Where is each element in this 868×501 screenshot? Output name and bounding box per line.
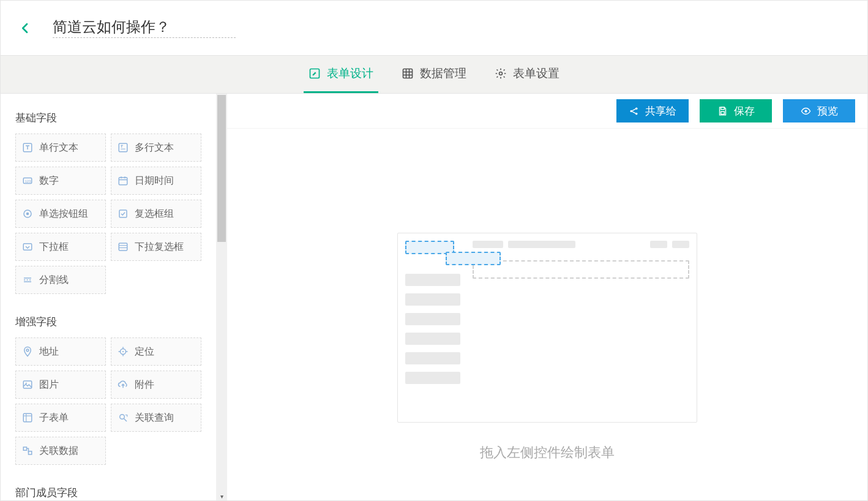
field-radio-group[interactable]: 单选按钮组 <box>15 200 106 228</box>
field-label: 单选按钮组 <box>39 208 88 220</box>
relation-icon <box>22 445 33 456</box>
gear-icon <box>495 67 507 80</box>
back-button[interactable] <box>13 16 37 40</box>
empty-placeholder: 拖入左侧控件绘制表单 <box>397 233 697 462</box>
field-location[interactable]: 定位 <box>111 337 201 366</box>
section-title-advanced: 增强字段 <box>15 315 201 329</box>
field-attachment[interactable]: 附件 <box>111 371 201 399</box>
tab-form-settings[interactable]: 表单设置 <box>490 56 564 93</box>
chevron-left-icon <box>20 20 31 37</box>
button-label: 共享给 <box>645 104 676 118</box>
field-subform[interactable]: 子表单 <box>15 404 106 432</box>
share-button[interactable]: 共享给 <box>616 99 689 122</box>
canvas: 共享给 保存 预览 <box>227 94 867 500</box>
empty-caption: 拖入左侧控件绘制表单 <box>397 443 697 462</box>
page-title-input[interactable] <box>53 18 236 38</box>
button-label: 预览 <box>817 104 838 118</box>
sidebar-scroll[interactable]: 基础字段 单行文本 多行文本 123 数字 日期时间 <box>1 94 216 500</box>
canvas-body[interactable]: 拖入左侧控件绘制表单 <box>227 128 867 500</box>
multiselect-icon <box>118 241 129 252</box>
field-relation[interactable]: 关联数据 <box>15 437 106 465</box>
field-multi-line-text[interactable]: 多行文本 <box>111 134 201 162</box>
svg-line-44 <box>632 108 636 110</box>
field-single-line-text[interactable]: 单行文本 <box>15 134 106 162</box>
svg-point-48 <box>804 110 807 112</box>
field-label: 子表单 <box>39 412 69 424</box>
svg-rect-17 <box>119 210 127 217</box>
svg-point-16 <box>26 213 29 216</box>
tab-label: 表单设置 <box>513 66 559 81</box>
field-address[interactable]: 地址 <box>15 337 106 366</box>
field-label: 关联数据 <box>39 445 78 458</box>
field-label: 多行文本 <box>135 141 174 154</box>
svg-line-45 <box>632 111 636 113</box>
tab-form-design[interactable]: 表单设计 <box>304 56 378 93</box>
placeholder-graphic <box>397 233 697 423</box>
svg-rect-8 <box>119 143 127 152</box>
basic-field-grid: 单行文本 多行文本 123 数字 日期时间 单选按钮组 <box>15 134 201 294</box>
svg-rect-46 <box>720 107 724 110</box>
svg-rect-18 <box>23 244 32 250</box>
divider-icon <box>22 274 33 285</box>
svg-rect-40 <box>29 451 32 454</box>
field-label: 下拉复选框 <box>135 241 184 254</box>
field-label: 定位 <box>135 345 154 358</box>
svg-rect-1 <box>403 69 413 78</box>
field-label: 分割线 <box>39 274 69 287</box>
sidebar-scrollbar[interactable]: ▾ <box>216 94 227 500</box>
section-title-dept: 部门成员字段 <box>15 486 201 500</box>
canvas-toolbar: 共享给 保存 预览 <box>227 94 867 128</box>
save-icon <box>717 106 728 116</box>
image-icon <box>22 379 33 390</box>
scrollbar-thumb[interactable] <box>217 95 226 242</box>
svg-rect-47 <box>720 111 724 114</box>
svg-point-37 <box>120 415 125 420</box>
svg-point-25 <box>26 349 29 352</box>
svg-line-38 <box>124 419 127 422</box>
edit-icon <box>309 67 321 80</box>
svg-point-31 <box>122 351 124 352</box>
save-button[interactable]: 保存 <box>700 99 772 122</box>
field-number[interactable]: 123 数字 <box>15 167 106 195</box>
field-label: 地址 <box>39 345 59 358</box>
field-label: 数字 <box>39 175 59 187</box>
field-lookup[interactable]: 关联查询 <box>111 404 201 432</box>
svg-rect-11 <box>119 178 127 185</box>
field-image[interactable]: 图片 <box>15 371 106 399</box>
field-multiselect[interactable]: 下拉复选框 <box>111 233 201 261</box>
preview-button[interactable]: 预览 <box>783 99 855 122</box>
field-label: 图片 <box>39 379 59 391</box>
share-icon <box>629 106 639 116</box>
tabstrip: 表单设计 数据管理 表单设置 <box>1 56 867 94</box>
svg-rect-19 <box>119 243 127 250</box>
target-icon <box>118 346 129 357</box>
svg-text:123: 123 <box>25 179 32 183</box>
subform-icon <box>22 412 33 423</box>
scrollbar-down-arrow[interactable]: ▾ <box>216 492 227 500</box>
tab-data-manage[interactable]: 数据管理 <box>397 56 471 93</box>
pin-icon <box>22 346 33 357</box>
field-label: 关联查询 <box>135 412 174 424</box>
advanced-field-grid: 地址 定位 图片 附件 子表单 <box>15 337 201 465</box>
field-label: 日期时间 <box>135 175 174 187</box>
eye-icon <box>801 106 811 116</box>
number-icon: 123 <box>22 175 33 186</box>
textarea-icon <box>118 142 129 153</box>
svg-point-6 <box>499 72 503 75</box>
field-datetime[interactable]: 日期时间 <box>111 167 201 195</box>
grid-icon <box>402 67 414 80</box>
calendar-icon <box>118 175 129 186</box>
field-select[interactable]: 下拉框 <box>15 233 106 261</box>
select-icon <box>22 241 33 252</box>
svg-point-33 <box>26 383 27 384</box>
titlebar <box>1 1 867 56</box>
field-label: 单行文本 <box>39 141 78 154</box>
svg-rect-34 <box>23 413 32 422</box>
button-label: 保存 <box>734 104 755 118</box>
field-label: 附件 <box>135 379 154 391</box>
field-checkbox-group[interactable]: 复选框组 <box>111 200 201 228</box>
radio-icon <box>22 208 33 219</box>
tab-label: 数据管理 <box>420 66 466 81</box>
tab-label: 表单设计 <box>327 66 373 81</box>
field-divider[interactable]: 分割线 <box>15 266 106 294</box>
